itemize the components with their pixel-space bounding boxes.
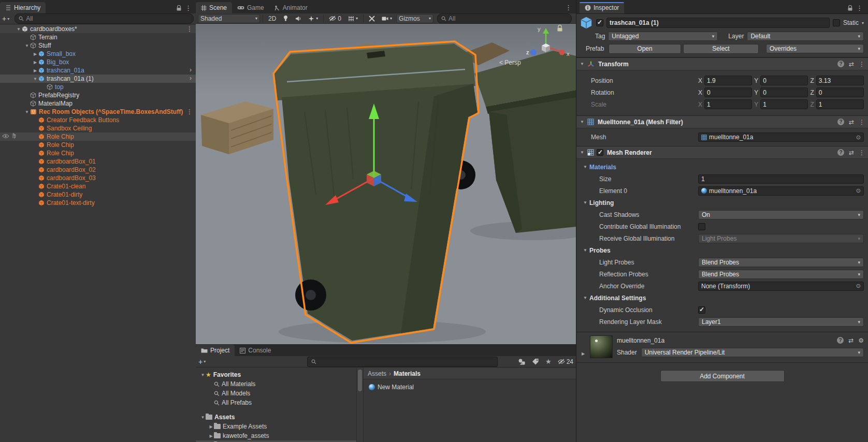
foldout-arrow[interactable]: ▼ — [32, 77, 38, 81]
section-materials[interactable]: ▼Materials — [576, 161, 868, 173]
tag-dropdown[interactable]: Untagged▾ — [608, 32, 718, 41]
presets-icon[interactable]: ⇄ — [849, 119, 854, 126]
hierarchy-item-trashcan-01a-1-[interactable]: ▼trashcan_01a (1)› — [0, 75, 196, 83]
tab-animator[interactable]: Animator — [269, 2, 313, 13]
foldout-arrow[interactable]: ▼ — [580, 120, 585, 124]
size-input[interactable]: 1 — [698, 174, 864, 184]
axis-z-input[interactable]: 1 — [816, 99, 864, 109]
help-icon[interactable]: ? — [837, 149, 844, 156]
hierarchy-menu-icon[interactable]: ⋮ — [183, 4, 194, 12]
scene-tools-icon[interactable] — [366, 14, 378, 23]
cast-shadows-dropdown[interactable]: On▾ — [698, 210, 864, 219]
project-hidden-count[interactable]: 24 — [558, 358, 573, 365]
hierarchy-item-crate01-clean[interactable]: Crate01-clean — [0, 182, 196, 190]
prefab-open-button[interactable]: Open — [609, 44, 681, 54]
scene-search-input[interactable]: All — [437, 13, 572, 24]
hierarchy-search-input[interactable]: All — [15, 13, 194, 24]
meshfilter-header[interactable]: ▼ Muelltonne_01a (Mesh Filter) ?⇄⋮ — [576, 115, 868, 128]
hierarchy-item-creator-feedback-buttons[interactable]: Creator Feedback Buttons — [0, 116, 196, 124]
hierarchy-item-stuff[interactable]: ▼Stuff — [0, 41, 196, 50]
breadcrumb-root[interactable]: Assets — [368, 370, 386, 377]
favorites-star-icon[interactable]: ★ — [545, 358, 552, 365]
tab-project[interactable]: Project — [196, 345, 235, 356]
project-search-input[interactable] — [307, 357, 498, 367]
tab-game[interactable]: Game — [232, 2, 269, 13]
project-tree-item-example-assets[interactable]: ▶Example Assets — [196, 422, 356, 431]
tab-hierarchy[interactable]: Hierarchy — [0, 2, 46, 13]
prefab-open-chevron[interactable]: › — [190, 75, 192, 82]
hierarchy-item-role-chip[interactable]: Role Chip — [0, 141, 196, 149]
item-menu-icon[interactable]: ⋮ — [186, 25, 193, 33]
axis-y-input[interactable]: 0 — [760, 87, 808, 97]
hierarchy-item-big-box[interactable]: ▶Big_box — [0, 58, 196, 66]
component-menu-icon[interactable]: ⋮ — [859, 61, 865, 68]
component-menu-icon[interactable]: ⋮ — [859, 119, 865, 126]
hierarchy-add-button[interactable]: + — [2, 14, 6, 23]
breadcrumb-current[interactable]: Materials — [394, 370, 421, 377]
hierarchy-lock-icon[interactable] — [176, 5, 182, 11]
mesh-object-field[interactable]: muelltonne_01a ⊙ — [698, 132, 864, 142]
foldout-arrow[interactable]: ▼ — [200, 415, 206, 420]
axis-z-input[interactable]: 3.13 — [816, 76, 864, 85]
object-picker-icon[interactable]: ⊙ — [856, 134, 861, 141]
project-tree-item-assets[interactable]: ▼Assets — [196, 412, 356, 422]
filter-by-label-icon[interactable] — [532, 358, 539, 365]
project-add-button[interactable]: + — [198, 358, 202, 366]
contribute-global-illumination-checkbox[interactable] — [698, 223, 705, 230]
hierarchy-item-materialmap[interactable]: MaterialMap — [0, 99, 196, 108]
foldout-arrow[interactable]: ▶ — [32, 68, 38, 73]
foldout-arrow[interactable]: ▼ — [583, 200, 588, 205]
active-checkbox[interactable] — [596, 19, 603, 26]
gear-icon[interactable]: ⚙ — [858, 337, 864, 344]
foldout-arrow[interactable]: ▼ — [583, 165, 588, 169]
prefab-open-chevron[interactable]: › — [190, 66, 192, 73]
prefab-cube-icon[interactable] — [580, 16, 593, 30]
axis-z-input[interactable]: 0 — [816, 87, 864, 97]
anchor-override-object-field[interactable]: None (Transform)⊙ — [698, 282, 864, 291]
project-scrollbar[interactable] — [356, 368, 364, 442]
add-component-button[interactable]: Add Component — [660, 370, 785, 382]
hierarchy-item-terrain[interactable]: Terrain — [0, 33, 196, 41]
foldout-arrow[interactable]: ▼ — [16, 27, 22, 32]
project-tree-item-favorites[interactable]: ▼★Favorites — [196, 370, 356, 379]
transform-header[interactable]: ▼ Transform ?⇄⋮ — [576, 57, 868, 70]
scene-lighting-icon[interactable] — [280, 14, 291, 23]
light-probes-dropdown[interactable]: Blend Probes▾ — [698, 258, 864, 267]
scene-effects-icon[interactable]: ▾ — [306, 14, 321, 23]
hierarchy-item-crate01-dirty[interactable]: Crate01-dirty — [0, 190, 196, 199]
hierarchy-item-cardboardboxes-[interactable]: ▼cardboardboxes*⋮ — [0, 25, 196, 33]
inspector-menu-icon[interactable]: ⋮ — [854, 4, 865, 12]
scene-grid-toggle[interactable]: ▾ — [345, 14, 360, 23]
scene-camera-dropdown[interactable]: ▾ — [379, 14, 395, 23]
scene-audio-icon[interactable] — [293, 14, 304, 23]
shader-dropdown[interactable]: Universal Render Pipeline/Lit▾ — [641, 348, 864, 357]
foldout-arrow[interactable]: ▼ — [583, 296, 588, 300]
reflection-probes-dropdown[interactable]: Blend Probes▾ — [698, 270, 864, 279]
help-icon[interactable]: ? — [837, 119, 844, 125]
material-preview-thumbnail[interactable] — [590, 335, 613, 358]
presets-icon[interactable]: ⇄ — [849, 149, 854, 156]
foldout-arrow[interactable]: ▶ — [32, 52, 38, 56]
static-checkbox[interactable] — [833, 19, 840, 26]
scene-menu-icon[interactable]: ⋮ — [565, 4, 576, 13]
material-footer[interactable]: ▶ muelltonnen_01a ?⇄⚙ Shader Universal R… — [576, 332, 868, 362]
section-additional-settings[interactable]: ▼Additional Settings — [576, 292, 868, 304]
help-icon[interactable]: ? — [837, 61, 844, 67]
axis-x-input[interactable]: 1 — [704, 99, 752, 109]
foldout-arrow[interactable]: ▼ — [580, 62, 585, 66]
foldout-arrow[interactable]: ▼ — [24, 110, 30, 114]
hierarchy-item-cardboardbox-01[interactable]: cardboardBox_01 — [0, 157, 196, 166]
tab-scene[interactable]: Scene — [196, 2, 232, 13]
component-menu-icon[interactable]: ⋮ — [859, 149, 865, 156]
toggle-2d-button[interactable]: 2D — [266, 14, 279, 23]
foldout-arrow[interactable]: ▶ — [32, 60, 38, 65]
project-tree-item-all-prefabs[interactable]: All Prefabs — [196, 398, 356, 407]
hierarchy-item-rec-room-objects-spacetime-boxesandstuff-[interactable]: ▼Rec Room Objects (^SpaceTime.BoxesAndSt… — [0, 108, 196, 116]
axis-x-input[interactable]: 0 — [704, 87, 752, 97]
scrollbar-thumb[interactable] — [358, 370, 362, 391]
help-icon[interactable]: ? — [837, 337, 844, 344]
project-tree-item-kawetofe-assets[interactable]: ▶kawetofe_assets — [196, 431, 356, 440]
hierarchy-item-top[interactable]: top — [0, 83, 196, 91]
pick-icon[interactable] — [11, 133, 17, 140]
inspector-lock-icon[interactable] — [847, 5, 853, 11]
